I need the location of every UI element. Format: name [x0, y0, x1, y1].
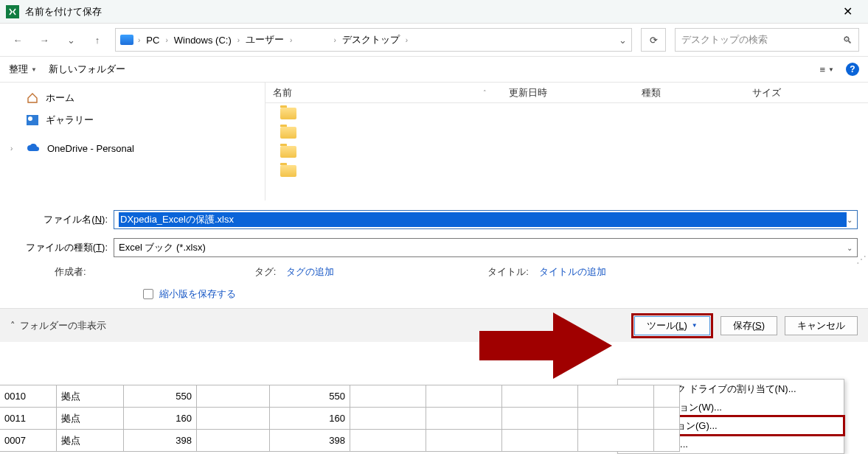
- col-name[interactable]: 名前: [273, 86, 292, 99]
- folder-icon[interactable]: [280, 146, 296, 158]
- cell[interactable]: [196, 385, 270, 408]
- expand-icon[interactable]: ›: [10, 144, 19, 153]
- sidebar-label-home: ホーム: [46, 91, 74, 105]
- cell[interactable]: [426, 429, 502, 452]
- cell[interactable]: [350, 429, 426, 452]
- sidebar-item-onedrive[interactable]: › OneDrive - Personal: [0, 137, 265, 159]
- resize-grip-icon[interactable]: ⋰: [856, 256, 865, 265]
- title-label: タイトル:: [487, 265, 529, 279]
- back-icon[interactable]: ←: [9, 31, 27, 49]
- save-button[interactable]: 保存(S): [721, 316, 777, 335]
- cell[interactable]: 398: [269, 429, 350, 452]
- filename-field[interactable]: DXpedia_Excelの保護.xlsx ⌄: [114, 210, 858, 229]
- filename-label: ファイル名(N):: [10, 213, 114, 226]
- forward-icon[interactable]: →: [35, 31, 53, 49]
- recent-icon[interactable]: ⌄: [62, 31, 80, 49]
- tag-label: タグ:: [254, 265, 277, 279]
- cell[interactable]: 0011: [0, 407, 57, 430]
- spreadsheet-background: 0010 拠点 550 550 0011 拠点 160 160 0007 拠点 …: [0, 385, 680, 452]
- author-label: 作成者:: [55, 265, 86, 279]
- cell[interactable]: 160: [269, 407, 350, 430]
- view-mode-button[interactable]: ≡ ▼: [819, 64, 834, 75]
- annotation-highlight-tools: ツール(L) ▼: [631, 313, 713, 338]
- cell[interactable]: [426, 385, 502, 408]
- cell[interactable]: 拠点: [56, 429, 124, 452]
- help-icon[interactable]: ?: [846, 63, 859, 76]
- tools-button[interactable]: ツール(L) ▼: [634, 316, 710, 335]
- cell[interactable]: 550: [123, 385, 197, 408]
- filetype-label: ファイルの種類(T):: [10, 241, 114, 254]
- filename-dropdown-icon[interactable]: ⌄: [847, 216, 853, 224]
- hide-folders-label: フォルダーの非表示: [20, 319, 106, 332]
- crumb-users[interactable]: ユーザー: [244, 33, 285, 46]
- sidebar-label-gallery: ギャラリー: [46, 114, 94, 127]
- search-input[interactable]: デスクトップの検索 🔍︎: [675, 28, 859, 52]
- folder-icon[interactable]: [280, 108, 296, 119]
- cell[interactable]: 160: [123, 407, 197, 430]
- hide-folders-toggle[interactable]: ˄ フォルダーの非表示: [10, 319, 106, 332]
- thumbnail-checkbox[interactable]: [143, 289, 153, 299]
- filetype-value: Excel ブック (*.xlsx): [119, 241, 847, 254]
- new-folder-button[interactable]: 新しいフォルダー: [49, 63, 125, 76]
- cell[interactable]: 0010: [0, 385, 57, 408]
- breadcrumb[interactable]: › PC › Windows (C:) › ユーザー › › デスクトップ › …: [115, 28, 632, 52]
- cell[interactable]: 550: [269, 385, 350, 408]
- folder-icon[interactable]: [280, 165, 296, 177]
- sidebar-item-gallery[interactable]: ギャラリー: [0, 109, 265, 131]
- cell[interactable]: [653, 407, 680, 430]
- cancel-button[interactable]: キャンセル: [785, 316, 858, 335]
- close-icon[interactable]: ✕: [833, 4, 862, 18]
- filetype-field[interactable]: Excel ブック (*.xlsx) ⌄: [114, 238, 858, 257]
- sidebar-item-home[interactable]: ホーム: [0, 87, 265, 109]
- cell[interactable]: [501, 429, 578, 452]
- home-icon: [27, 93, 38, 103]
- cell[interactable]: [196, 407, 270, 430]
- cell[interactable]: [653, 429, 680, 452]
- crumb-desktop[interactable]: デスクトップ: [341, 33, 401, 46]
- search-icon: 🔍︎: [843, 35, 853, 46]
- thumbnail-label[interactable]: 縮小版を保存する: [159, 287, 236, 301]
- filename-value: DXpedia_Excelの保護.xlsx: [119, 212, 847, 227]
- cell[interactable]: 拠点: [56, 385, 124, 408]
- cell[interactable]: [501, 385, 578, 408]
- path-dropdown-icon[interactable]: ⌄: [619, 35, 627, 46]
- cloud-icon: [27, 144, 40, 153]
- cell[interactable]: [426, 407, 502, 430]
- crumb-drive[interactable]: Windows (C:): [173, 35, 233, 46]
- excel-app-icon: [6, 5, 19, 18]
- col-type[interactable]: 種類: [634, 86, 745, 99]
- up-icon[interactable]: ↑: [88, 31, 106, 49]
- column-headers[interactable]: 名前˄ 更新日時 種類 サイズ: [265, 83, 868, 103]
- cell[interactable]: 拠点: [56, 407, 124, 430]
- cell[interactable]: [350, 385, 426, 408]
- sort-icon[interactable]: ˄: [483, 89, 487, 97]
- organize-button[interactable]: 整理▼: [9, 63, 37, 76]
- title-link[interactable]: タイトルの追加: [539, 265, 606, 279]
- cell[interactable]: [501, 407, 578, 430]
- cell[interactable]: [577, 385, 654, 408]
- tag-link[interactable]: タグの追加: [286, 265, 334, 279]
- col-size[interactable]: サイズ: [745, 86, 819, 99]
- cell[interactable]: [577, 429, 654, 452]
- chevron-up-icon: ˄: [10, 320, 15, 331]
- cell[interactable]: 0007: [0, 429, 57, 452]
- col-date[interactable]: 更新日時: [501, 86, 634, 99]
- window-title: 名前を付けて保存: [25, 5, 833, 18]
- cell[interactable]: [196, 429, 270, 452]
- sidebar-label-onedrive: OneDrive - Personal: [47, 143, 134, 154]
- search-placeholder: デスクトップの検索: [681, 33, 768, 46]
- gallery-icon: [27, 115, 38, 125]
- pc-icon: [120, 35, 133, 45]
- cell[interactable]: [653, 385, 680, 408]
- crumb-pc[interactable]: PC: [145, 35, 161, 46]
- filetype-dropdown-icon[interactable]: ⌄: [847, 244, 853, 252]
- dropdown-icon: ▼: [692, 322, 698, 329]
- cell[interactable]: 398: [123, 429, 197, 452]
- folder-icon[interactable]: [280, 127, 296, 139]
- refresh-icon[interactable]: ⟳: [641, 28, 666, 52]
- cell[interactable]: [350, 407, 426, 430]
- cell[interactable]: [577, 407, 654, 430]
